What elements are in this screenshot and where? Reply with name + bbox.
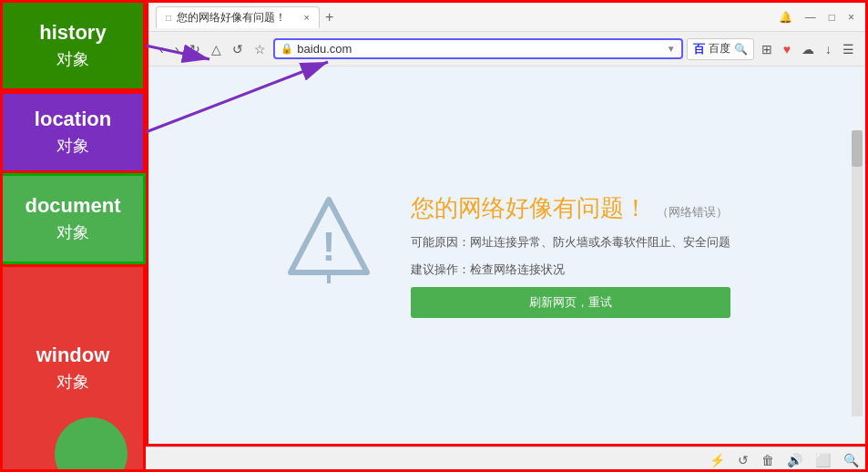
history-label-en: history xyxy=(39,21,106,45)
error-page: ! 您的网络好像有问题！ （网络错误） 可能原因：网址连接异常、防火墙或杀毒软件… xyxy=(283,192,730,318)
scrollbar-thumb[interactable] xyxy=(852,130,863,167)
download-icon[interactable]: ↓ xyxy=(822,40,835,58)
search-icon[interactable]: 🔍 xyxy=(734,43,748,56)
window-label-en: window xyxy=(36,344,110,367)
address-lock-icon: 🔒 xyxy=(281,43,293,55)
sidebar-item-document[interactable]: document 对象 xyxy=(0,173,146,264)
active-tab[interactable]: □ 您的网络好像有问题！ × xyxy=(156,6,320,28)
error-row: ! 您的网络好像有问题！ （网络错误） 可能原因：网址连接异常、防火墙或杀毒软件… xyxy=(283,192,730,318)
sidebar-item-history[interactable]: history 对象 xyxy=(0,0,146,91)
maximize-button[interactable]: □ xyxy=(825,9,839,26)
new-tab-button[interactable]: + xyxy=(325,9,333,26)
error-subtitle: （网络错误） xyxy=(657,204,728,221)
history-label-zh: 对象 xyxy=(56,48,89,70)
tab-area: □ 您的网络好像有问题！ × + xyxy=(156,6,775,28)
refresh-button[interactable]: ↻ xyxy=(186,40,204,58)
sidebar: history 对象 location 对象 document 对象 windo… xyxy=(0,0,146,472)
window-controls: 🔔 — □ × xyxy=(775,9,858,26)
status-volume-icon[interactable]: 🔊 xyxy=(787,453,802,467)
search-box: 百 百度 🔍 xyxy=(687,38,754,60)
apps-icon[interactable]: ⊞ xyxy=(758,40,776,58)
search-label: 百度 xyxy=(709,41,730,56)
address-dropdown-icon[interactable]: ▼ xyxy=(667,44,676,54)
bookmark-button[interactable]: ☆ xyxy=(250,40,270,58)
error-title: 您的网络好像有问题！ xyxy=(411,192,648,224)
status-power-icon[interactable]: ⚡ xyxy=(710,453,725,467)
back-history-button[interactable]: ↺ xyxy=(229,40,247,58)
error-desc-line1: 可能原因：网址连接异常、防火墙或杀毒软件阻止、安全问题 xyxy=(411,233,730,252)
location-label-zh: 对象 xyxy=(56,135,89,157)
browser-content: ! 您的网络好像有问题！ （网络错误） 可能原因：网址连接异常、防火墙或杀毒软件… xyxy=(148,67,865,444)
status-delete-icon[interactable]: 🗑 xyxy=(761,453,774,467)
forward-button[interactable]: › xyxy=(171,40,183,58)
status-window-icon[interactable]: ⬜ xyxy=(815,453,831,467)
bookmark-star-icon[interactable]: ♥ xyxy=(780,40,794,58)
status-refresh-icon[interactable]: ↺ xyxy=(738,453,749,467)
close-button[interactable]: × xyxy=(844,9,858,26)
svg-text:!: ! xyxy=(322,223,336,270)
sidebar-item-location[interactable]: location 对象 xyxy=(0,91,146,173)
home-button[interactable]: △ xyxy=(208,40,225,58)
menu-icon[interactable]: ☰ xyxy=(839,40,858,58)
back-button[interactable]: ‹ xyxy=(156,40,168,58)
browser-statusbar: ⚡ ↺ 🗑 🔊 ⬜ 🔍 xyxy=(146,446,868,472)
minimize-button[interactable]: — xyxy=(802,9,820,26)
document-label-zh: 对象 xyxy=(56,221,89,243)
warning-triangle-icon: ! xyxy=(283,192,374,283)
baidu-icon: 百 xyxy=(693,41,705,57)
error-desc-line2: 建议操作：检查网络连接状况 xyxy=(411,262,730,278)
error-text-area: 您的网络好像有问题！ （网络错误） 可能原因：网址连接异常、防火墙或杀毒软件阻止… xyxy=(411,192,730,318)
cloud-icon[interactable]: ☁ xyxy=(798,40,818,58)
address-bar-wrapper: 🔒 ▼ xyxy=(273,38,682,59)
browser-titlebar: □ 您的网络好像有问题！ × + 🔔 — □ × xyxy=(148,3,865,32)
browser-toolbar: ‹ › ↻ △ ↺ ☆ 🔒 ▼ 百 百度 🔍 ⊞ ♥ ☁ ↓ ☰ xyxy=(148,32,865,67)
document-label-en: document xyxy=(25,194,120,218)
tab-close-button[interactable]: × xyxy=(304,12,310,23)
notification-icon[interactable]: 🔔 xyxy=(775,9,796,26)
scrollbar[interactable] xyxy=(852,130,863,416)
tab-favicon: □ xyxy=(166,13,171,23)
browser-window: □ 您的网络好像有问题！ × + 🔔 — □ × ‹ › ↻ △ ↺ ☆ 🔒 ▼… xyxy=(146,0,868,446)
retry-button[interactable]: 刷新网页，重试 xyxy=(411,287,730,318)
location-label-en: location xyxy=(35,108,111,131)
address-bar[interactable] xyxy=(297,42,662,56)
window-label-zh: 对象 xyxy=(56,371,89,393)
tab-title: 您的网络好像有问题！ xyxy=(177,10,286,26)
status-search-icon[interactable]: 🔍 xyxy=(843,453,859,467)
